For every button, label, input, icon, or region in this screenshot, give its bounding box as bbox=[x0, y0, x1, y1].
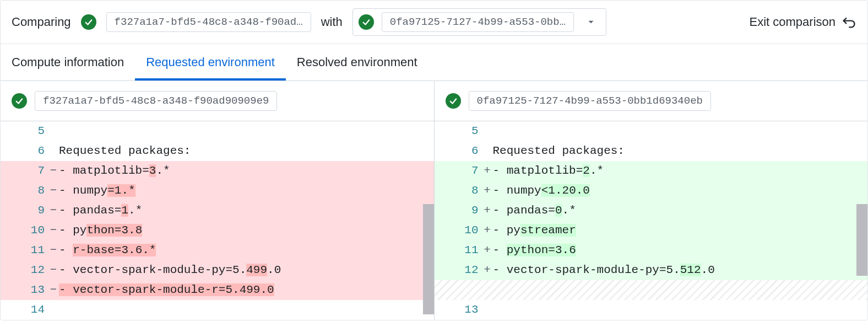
line-content: - vector-spark-module-py=5.499.0 bbox=[59, 260, 434, 280]
diff-marker: − bbox=[48, 280, 59, 300]
line-number: 11 bbox=[1, 240, 48, 260]
diff-marker: + bbox=[482, 161, 493, 181]
right-side-header: 0fa97125-7127-4b99-a553-0bb1d69340eb bbox=[435, 81, 868, 121]
line-number: 11 bbox=[435, 240, 482, 260]
diff-marker: − bbox=[48, 201, 59, 221]
comparing-label: Comparing bbox=[12, 15, 71, 29]
diff-marker: + bbox=[482, 260, 493, 280]
diff-row: 12+- vector-spark-module-py=5.512.0 bbox=[435, 260, 868, 280]
diff-marker: + bbox=[482, 201, 493, 221]
left-side-header: f327a1a7-bfd5-48c8-a348-f90ad90909e9 bbox=[1, 81, 434, 121]
line-content: - vector-spark-module-py=5.512.0 bbox=[493, 260, 868, 280]
line-content bbox=[59, 121, 434, 141]
diff-marker bbox=[48, 300, 59, 320]
line-number: 8 bbox=[1, 181, 48, 201]
diff-row: 8−- numpy=1.* bbox=[1, 181, 434, 201]
diff-row: 9+- pandas=0.* bbox=[435, 201, 868, 221]
with-label: with bbox=[321, 15, 343, 29]
diff-row: 11−- r-base=3.6.* bbox=[1, 240, 434, 260]
diff-row: 8+- numpy<1.20.0 bbox=[435, 181, 868, 201]
diff-row: 5 bbox=[1, 121, 434, 141]
diff-marker bbox=[48, 141, 59, 161]
line-number: 5 bbox=[435, 121, 482, 141]
diff-row: 6Requested packages: bbox=[1, 141, 434, 161]
right-side: 0fa97125-7127-4b99-a553-0bb1d69340eb 56R… bbox=[435, 81, 868, 320]
check-icon-right bbox=[359, 14, 374, 30]
check-icon bbox=[446, 93, 461, 109]
right-hash-badge: 0fa97125-7127-4b99-a553-0bb… bbox=[382, 12, 574, 32]
chevron-down-icon bbox=[582, 17, 600, 27]
top-bar: Comparing f327a1a7-bfd5-48c8-a348-f90ad…… bbox=[1, 1, 867, 44]
diff-row: 13−- vector-spark-module-r=5.499.0 bbox=[1, 280, 434, 300]
diff-marker: − bbox=[48, 221, 59, 240]
line-content bbox=[493, 300, 868, 320]
diff-marker: − bbox=[48, 161, 59, 181]
line-content: - pystreamer bbox=[493, 221, 868, 240]
line-content: Requested packages: bbox=[59, 141, 434, 161]
left-hash-badge[interactable]: f327a1a7-bfd5-48c8-a348-f90ad… bbox=[106, 12, 311, 32]
scrollbar[interactable] bbox=[423, 204, 434, 314]
left-side: f327a1a7-bfd5-48c8-a348-f90ad90909e9 56R… bbox=[1, 81, 435, 320]
diff-row: 10+- pystreamer bbox=[435, 221, 868, 240]
line-content: - python=3.6 bbox=[493, 240, 868, 260]
diff-row: 6Requested packages: bbox=[435, 141, 868, 161]
diff-row: 5 bbox=[435, 121, 868, 141]
line-number: 6 bbox=[435, 141, 482, 161]
diff-row: 9−- pandas=1.* bbox=[1, 201, 434, 221]
line-content: - r-base=3.6.* bbox=[59, 240, 434, 260]
right-hash-full[interactable]: 0fa97125-7127-4b99-a553-0bb1d69340eb bbox=[469, 91, 711, 111]
diff-marker bbox=[482, 121, 493, 141]
diff-marker: + bbox=[482, 240, 493, 260]
diff-marker bbox=[482, 300, 493, 320]
diff-row: 7−- matplotlib=3.* bbox=[1, 161, 434, 181]
scrollbar[interactable] bbox=[856, 204, 867, 276]
line-number: 7 bbox=[435, 161, 482, 181]
diff-marker: + bbox=[482, 221, 493, 240]
tab-resolved-environment[interactable]: Resolved environment bbox=[286, 44, 428, 81]
line-content: Requested packages: bbox=[493, 141, 868, 161]
line-number: 7 bbox=[1, 161, 48, 181]
right-hash-selector[interactable]: 0fa97125-7127-4b99-a553-0bb… bbox=[352, 8, 606, 36]
undo-icon bbox=[841, 14, 856, 30]
diff-marker: − bbox=[48, 181, 59, 201]
tab-requested-environment[interactable]: Requested environment bbox=[135, 44, 286, 81]
tab-compute-information[interactable]: Compute information bbox=[12, 44, 135, 81]
left-hash-full[interactable]: f327a1a7-bfd5-48c8-a348-f90ad90909e9 bbox=[35, 91, 277, 111]
left-code[interactable]: 56Requested packages:7−- matplotlib=3.*8… bbox=[1, 121, 434, 320]
check-icon bbox=[12, 93, 27, 109]
diff-marker bbox=[48, 121, 59, 141]
diff-row: 14 bbox=[1, 300, 434, 320]
line-content: - numpy<1.20.0 bbox=[493, 181, 868, 201]
line-number: 8 bbox=[435, 181, 482, 201]
line-number: 5 bbox=[1, 121, 48, 141]
line-number: 12 bbox=[1, 260, 48, 280]
diff-row: 13 bbox=[435, 300, 868, 320]
diff-row: 11+- python=3.6 bbox=[435, 240, 868, 260]
exit-comparison-button[interactable]: Exit comparison bbox=[749, 14, 856, 30]
line-number: 6 bbox=[1, 141, 48, 161]
line-number: 13 bbox=[435, 300, 482, 320]
line-number: 10 bbox=[1, 221, 48, 240]
line-content: - python=3.8 bbox=[59, 221, 434, 240]
diff-marker: + bbox=[482, 181, 493, 201]
diff-row bbox=[435, 280, 868, 300]
line-content bbox=[59, 300, 434, 320]
line-content: - pandas=0.* bbox=[493, 201, 868, 221]
line-number: 10 bbox=[435, 221, 482, 240]
diff-marker bbox=[482, 141, 493, 161]
line-number: 9 bbox=[435, 201, 482, 221]
line-content: - matplotlib=2.* bbox=[493, 161, 868, 181]
line-content: - vector-spark-module-r=5.499.0 bbox=[59, 280, 434, 300]
line-content: - matplotlib=3.* bbox=[59, 161, 434, 181]
line-number: 14 bbox=[1, 300, 48, 320]
tabs: Compute informationRequested environment… bbox=[1, 44, 867, 81]
line-content: - pandas=1.* bbox=[59, 201, 434, 221]
right-code[interactable]: 56Requested packages:7+- matplotlib=2.*8… bbox=[435, 121, 868, 320]
diff-marker: − bbox=[48, 260, 59, 280]
exit-label: Exit comparison bbox=[749, 15, 836, 29]
line-number: 13 bbox=[1, 280, 48, 300]
diff-marker: − bbox=[48, 240, 59, 260]
line-number: 9 bbox=[1, 201, 48, 221]
diff-area: f327a1a7-bfd5-48c8-a348-f90ad90909e9 56R… bbox=[1, 81, 867, 320]
check-icon-left bbox=[81, 14, 96, 30]
